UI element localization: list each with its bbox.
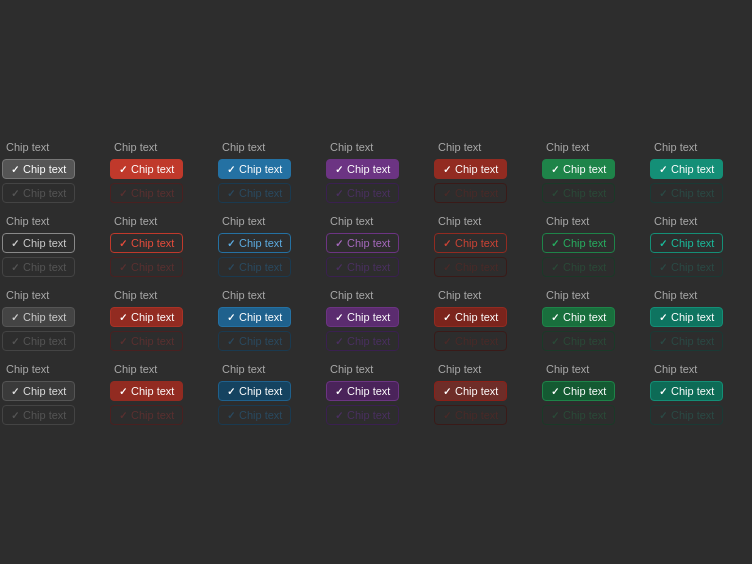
chip-active[interactable]: ✓ Chip text (326, 307, 399, 327)
chip-group-r4-blue: Chip text ✓ Chip text ✓ Chip text (218, 361, 318, 425)
chip-text: Chip text (563, 335, 606, 347)
check-icon: ✓ (335, 336, 343, 347)
chip-active[interactable]: ✓ Chip text (542, 233, 615, 253)
check-icon: ✓ (11, 188, 19, 199)
chip-disabled: ✓ Chip text (326, 331, 399, 351)
chip-active[interactable]: ✓ Chip text (542, 307, 615, 327)
chip-disabled: ✓ Chip text (650, 183, 723, 203)
check-icon: ✓ (551, 410, 559, 421)
check-icon: ✓ (227, 164, 235, 175)
check-icon: ✓ (11, 262, 19, 273)
check-icon: ✓ (227, 410, 235, 421)
check-icon: ✓ (659, 164, 667, 175)
chip-active[interactable]: ✓ Chip text (2, 307, 75, 327)
chip-text: Chip text (455, 187, 498, 199)
chip-group-r2-green: Chip text ✓ Chip text ✓ Chip text (542, 213, 642, 277)
chip-top-label: Chip text (542, 213, 593, 229)
chip-disabled: ✓ Chip text (434, 405, 507, 425)
check-icon: ✓ (335, 262, 343, 273)
chip-group-r4-green: Chip text ✓ Chip text ✓ Chip text (542, 361, 642, 425)
chip-active[interactable]: ✓ Chip text (218, 233, 291, 253)
chip-text: Chip text (131, 385, 174, 397)
chip-text: Chip text (347, 187, 390, 199)
chip-text: Chip text (671, 187, 714, 199)
chip-group-r4-orange: Chip text ✓ Chip text ✓ Chip text (434, 361, 534, 425)
chip-active[interactable]: ✓ Chip text (434, 159, 507, 179)
chip-active[interactable]: ✓ Chip text (2, 233, 75, 253)
chip-disabled: ✓ Chip text (434, 257, 507, 277)
chip-active[interactable]: ✓ Chip text (110, 381, 183, 401)
chip-disabled: ✓ Chip text (326, 257, 399, 277)
chip-active[interactable]: ✓ Chip text (326, 233, 399, 253)
chip-disabled: ✓ Chip text (110, 183, 183, 203)
chip-active[interactable]: ✓ Chip text (650, 381, 723, 401)
check-icon: ✓ (227, 188, 235, 199)
check-icon: ✓ (119, 336, 127, 347)
chip-text: Chip text (563, 385, 606, 397)
chip-top-label: Chip text (434, 361, 485, 377)
chip-active[interactable]: ✓ Chip text (218, 159, 291, 179)
chip-disabled: ✓ Chip text (542, 257, 615, 277)
chip-active[interactable]: ✓ Chip text (326, 381, 399, 401)
chip-top-label: Chip text (326, 213, 377, 229)
chip-group-r2-gray: Chip text ✓ Chip text ✓ Chip text (2, 213, 102, 277)
chip-text: Chip text (239, 237, 282, 249)
chip-active[interactable]: ✓ Chip text (110, 233, 183, 253)
chip-active[interactable]: ✓ Chip text (650, 307, 723, 327)
chip-text: Chip text (455, 261, 498, 273)
chip-group-r2-teal: Chip text ✓ Chip text ✓ Chip text (650, 213, 750, 277)
chip-text: Chip text (671, 163, 714, 175)
chip-active[interactable]: ✓ Chip text (218, 307, 291, 327)
chip-active[interactable]: ✓ Chip text (110, 307, 183, 327)
chip-active[interactable]: ✓ Chip text (542, 381, 615, 401)
chip-disabled: ✓ Chip text (2, 257, 75, 277)
chip-disabled: ✓ Chip text (218, 183, 291, 203)
check-icon: ✓ (119, 312, 127, 323)
check-icon: ✓ (551, 336, 559, 347)
chip-text: Chip text (563, 261, 606, 273)
chip-text: Chip text (23, 237, 66, 249)
chip-top-label: Chip text (542, 139, 593, 155)
chip-text: Chip text (563, 163, 606, 175)
chip-text: Chip text (671, 237, 714, 249)
chip-text: Chip text (347, 409, 390, 421)
chip-text: Chip text (347, 385, 390, 397)
chip-active[interactable]: ✓ Chip text (434, 233, 507, 253)
check-icon: ✓ (227, 262, 235, 273)
chip-active[interactable]: ✓ Chip text (650, 233, 723, 253)
check-icon: ✓ (11, 410, 19, 421)
chip-active[interactable]: ✓ Chip text (218, 381, 291, 401)
chip-active[interactable]: ✓ Chip text (326, 159, 399, 179)
chip-active[interactable]: ✓ Chip text (650, 159, 723, 179)
chip-showcase-grid: Chip text ✓ Chip text ✓ Chip text Chip t… (0, 119, 752, 445)
chip-text: Chip text (455, 237, 498, 249)
check-icon: ✓ (443, 262, 451, 273)
chip-top-label: Chip text (650, 139, 701, 155)
check-icon: ✓ (443, 188, 451, 199)
chip-group-r4-teal: Chip text ✓ Chip text ✓ Chip text (650, 361, 750, 425)
chip-text: Chip text (563, 187, 606, 199)
chip-disabled: ✓ Chip text (434, 331, 507, 351)
chip-active[interactable]: ✓ Chip text (110, 159, 183, 179)
chip-active[interactable]: ✓ Chip text (542, 159, 615, 179)
chip-text: Chip text (239, 163, 282, 175)
chip-active[interactable]: ✓ Chip text (434, 307, 507, 327)
chip-active[interactable]: ✓ Chip text (2, 159, 75, 179)
chip-active[interactable]: ✓ Chip text (434, 381, 507, 401)
check-icon: ✓ (551, 164, 559, 175)
check-icon: ✓ (335, 164, 343, 175)
chip-disabled: ✓ Chip text (650, 331, 723, 351)
check-icon: ✓ (119, 262, 127, 273)
chip-disabled: ✓ Chip text (2, 405, 75, 425)
chip-active[interactable]: ✓ Chip text (2, 381, 75, 401)
chip-group-r3-gray: Chip text ✓ Chip text ✓ Chip text (2, 287, 102, 351)
chip-top-label: Chip text (542, 361, 593, 377)
chip-text: Chip text (239, 311, 282, 323)
chip-group-r1-gray: Chip text ✓ Chip text ✓ Chip text (2, 139, 102, 203)
chip-group-r1-red: Chip text ✓ Chip text ✓ Chip text (110, 139, 210, 203)
chip-disabled: ✓ Chip text (542, 405, 615, 425)
chip-group-r3-orange: Chip text ✓ Chip text ✓ Chip text (434, 287, 534, 351)
check-icon: ✓ (659, 336, 667, 347)
chip-group-r1-green: Chip text ✓ Chip text ✓ Chip text (542, 139, 642, 203)
chip-text: Chip text (347, 237, 390, 249)
